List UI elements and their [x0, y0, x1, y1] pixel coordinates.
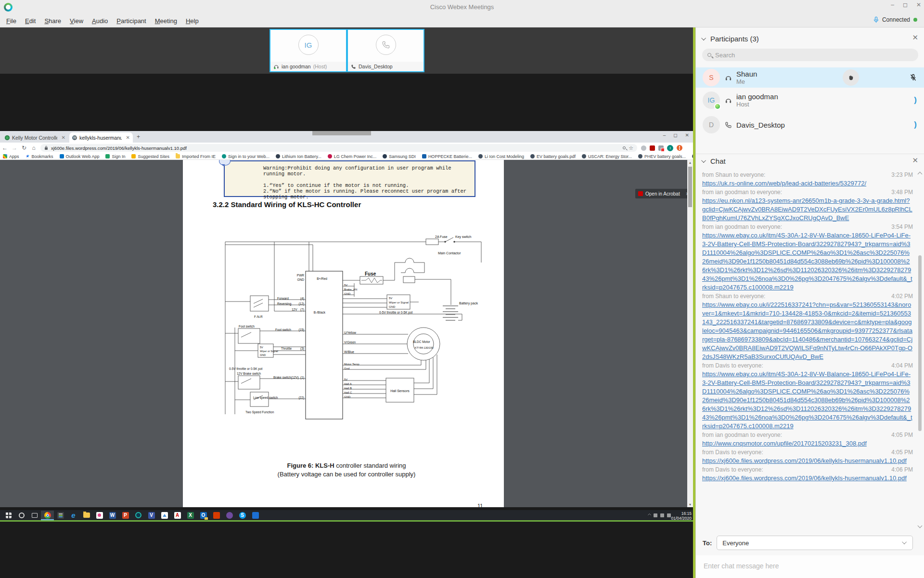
bookmark-ev-battery-goals-pdf[interactable]: EV battery goals.pdf: [530, 154, 576, 159]
bookmark-lithium-ion-battery-[interactable]: Lithium Ion Battery...: [276, 154, 321, 159]
chat-link[interactable]: https://www.ebay.co.uk/itm/4S-30A-12-8V-…: [702, 231, 913, 292]
recipient-select[interactable]: Everyone: [717, 536, 913, 550]
tab-close-icon[interactable]: ✕: [126, 135, 130, 140]
tab-pdf-manual[interactable]: W kellykls-husermanualv1.10.pdf ✕: [69, 132, 133, 143]
taskbar-icon-chrome[interactable]: [41, 511, 54, 520]
bookmark-star-icon[interactable]: ☆: [629, 145, 633, 151]
chat-scrollbar[interactable]: [917, 170, 923, 532]
back-button[interactable]: ←: [0, 144, 10, 151]
participant-row-davis-desktop[interactable]: D Davis_Desktop ): [696, 115, 924, 135]
scrollbar-thumb[interactable]: [918, 255, 922, 431]
taskbar-icon-outlook[interactable]: O: [197, 511, 210, 520]
bookmark-samsung-sdi[interactable]: Samsung SDI: [383, 154, 416, 159]
reload-button[interactable]: ↻: [19, 144, 29, 151]
chrome-maximize-button[interactable]: ◻: [673, 132, 677, 138]
scroll-down-icon[interactable]: [918, 524, 923, 528]
profile-avatar[interactable]: I: [667, 145, 673, 151]
raise-hand-button[interactable]: [843, 69, 859, 86]
bookmark-sign-in[interactable]: Sign In: [105, 154, 125, 159]
tray-icon-volume[interactable]: [660, 513, 664, 517]
bookmark-uscar-energy-stor-[interactable]: USCAR: Energy Stor...: [582, 154, 632, 159]
scroll-down-icon[interactable]: ▼: [687, 503, 693, 506]
tray-icon-onedrive[interactable]: [654, 513, 657, 517]
bookmark-phev-battery-goals-[interactable]: PHEV battery goals...: [638, 154, 686, 159]
scrollbar-thumb[interactable]: [688, 167, 692, 207]
chat-link[interactable]: http://www.cnqsmotor.com/upfile/20170215…: [702, 439, 913, 448]
menu-audio[interactable]: Audio: [88, 17, 112, 25]
participant-row-ian-goodman[interactable]: IG ian goodman Host ): [696, 89, 924, 111]
taskbar-icon-office[interactable]: [210, 511, 223, 520]
chat-link[interactable]: https://xj600e.files.wordpress.com/2019/…: [702, 474, 913, 483]
bookmark-bookmarks[interactable]: Bookmarks: [26, 154, 53, 159]
taskbar-icon-start[interactable]: [2, 511, 15, 520]
scroll-up-icon[interactable]: [918, 172, 923, 177]
taskbar-icon-webex-teal[interactable]: [132, 511, 145, 520]
tab-kelly-motor-controller[interactable]: Kelly Motor Controller ✕: [2, 132, 68, 143]
forward-button[interactable]: →: [10, 144, 19, 151]
chat-link[interactable]: https://xj600e.files.wordpress.com/2019/…: [702, 457, 913, 465]
participant-row-shaun[interactable]: S Shaun Me: [696, 67, 924, 88]
menu-edit[interactable]: Edit: [21, 17, 40, 25]
bookmark-outlook-web-app[interactable]: Outlook Web App: [60, 154, 100, 159]
taskbar-icon-paint-3d[interactable]: [93, 511, 106, 520]
acrobat-extension-icon[interactable]: [650, 145, 655, 151]
participants-close-icon[interactable]: ✕: [912, 33, 918, 42]
zoom-icon[interactable]: [623, 146, 626, 149]
taskbar-clock[interactable]: 16:15 01/04/2020: [671, 511, 692, 521]
taskbar-icon-webex-meetings[interactable]: [249, 511, 262, 520]
chat-message-input[interactable]: [704, 562, 915, 570]
open-in-acrobat-popup[interactable]: Open in Acrobat ✕: [635, 189, 693, 198]
bookmark-sign-in-to-your-web-[interactable]: Sign in to your Web...: [222, 154, 270, 159]
taskbar-icon-word[interactable]: W: [106, 511, 119, 520]
menu-file[interactable]: File: [2, 17, 21, 25]
video-tile-desktop[interactable]: Davis_Desktop: [347, 29, 424, 72]
taskbar-icon-cortana[interactable]: [15, 511, 28, 520]
scroll-up-icon[interactable]: ▲: [687, 161, 693, 164]
chat-link[interactable]: https://eu.nkon.nl/a123-systems-anr26650…: [702, 197, 913, 223]
maximize-button[interactable]: ◻: [903, 1, 908, 8]
taskbar-icon-excel[interactable]: X: [184, 511, 197, 520]
taskbar-icon-github[interactable]: [223, 511, 236, 520]
taskbar-icon-kelly-app[interactable]: [54, 511, 67, 520]
chat-link[interactable]: https://www.ebay.co.uk/itm/4S-30A-12-8V-…: [702, 370, 913, 431]
chrome-menu-update-icon[interactable]: [677, 145, 682, 151]
chrome-minimize-button[interactable]: –: [663, 132, 666, 138]
mic-muted-icon[interactable]: [910, 74, 917, 81]
chevron-down-icon[interactable]: [701, 158, 706, 163]
minimize-button[interactable]: –: [891, 1, 894, 8]
bookmark-apps[interactable]: Apps: [3, 154, 19, 159]
taskbar-icon-photos[interactable]: [158, 511, 171, 520]
chat-link[interactable]: https://uk.rs-online.com/web/p/lead-acid…: [702, 179, 913, 188]
chrome-close-button[interactable]: ✕: [685, 132, 689, 138]
extension-icon[interactable]: [641, 145, 646, 151]
home-button[interactable]: ⌂: [29, 144, 38, 151]
menu-view[interactable]: View: [65, 17, 88, 25]
taskbar-icon-file-explorer[interactable]: [80, 511, 93, 520]
close-button[interactable]: ✕: [916, 1, 921, 8]
chat-close-icon[interactable]: ✕: [912, 156, 918, 165]
tray-icon-network[interactable]: [667, 513, 671, 517]
bookmark-hoppecke-batterie-[interactable]: HOPPECKE Batterie...: [422, 154, 472, 159]
menu-help[interactable]: Help: [181, 17, 203, 25]
taskbar-icon-acrobat[interactable]: A: [171, 511, 184, 520]
chevron-down-icon[interactable]: [701, 36, 706, 40]
taskbar-icon-skype[interactable]: S: [236, 511, 249, 520]
bookmark-lg-chem-power-inc-[interactable]: LG Chem Power Inc...: [328, 154, 377, 159]
address-bar[interactable]: xj600e.files.wordpress.com/2019/06/kelly…: [40, 144, 637, 152]
bookmark-suggested-sites[interactable]: Suggested Sites: [131, 154, 169, 159]
new-tab-button[interactable]: +: [137, 133, 140, 140]
extension-badge-icon[interactable]: [658, 145, 664, 151]
taskbar-icon-visio[interactable]: V: [145, 511, 158, 520]
menu-participant[interactable]: Participant: [112, 17, 150, 25]
taskbar-icon-edge[interactable]: e: [67, 511, 80, 520]
participant-search[interactable]: [702, 49, 918, 61]
bookmark-imported-from-ie[interactable]: Imported From IE: [176, 154, 216, 159]
video-tile-host[interactable]: IG ian goodman (Host): [270, 29, 347, 72]
chat-message-list[interactable]: from Shaun to everyone:3:23 PMhttps://uk…: [696, 170, 924, 532]
pdf-scrollbar[interactable]: ▲ ▼: [687, 160, 693, 507]
menu-share[interactable]: Share: [40, 17, 65, 25]
menu-meeting[interactable]: Meeting: [151, 17, 181, 25]
taskbar-icon-task-view[interactable]: [28, 511, 41, 520]
bookmark-li-ion-cost-modeling[interactable]: Li Ion Cost Modeling: [478, 154, 524, 159]
tray-icon-hidden-icons[interactable]: [648, 513, 651, 517]
